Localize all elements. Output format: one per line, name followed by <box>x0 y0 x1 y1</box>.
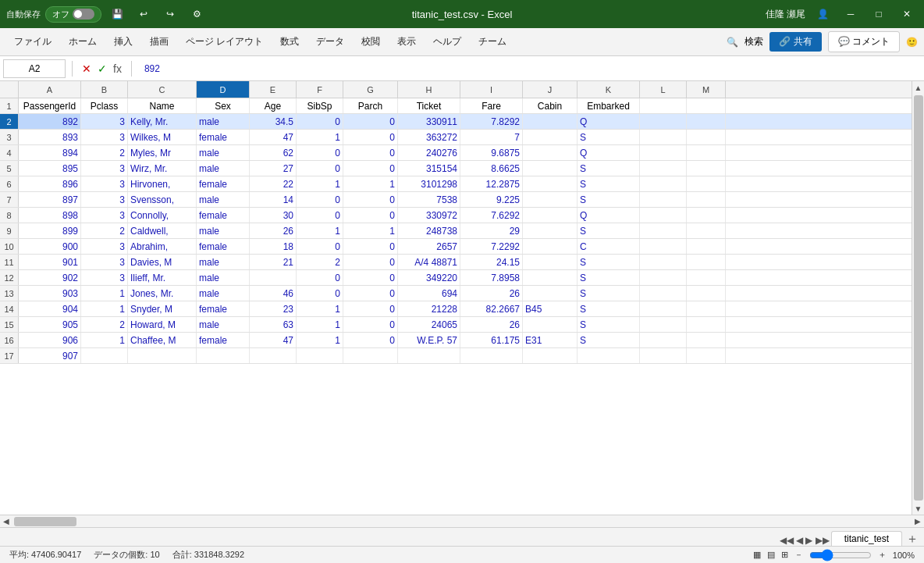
cell[interactable]: 3101298 <box>398 176 460 191</box>
cell[interactable] <box>687 130 726 144</box>
cell[interactable]: 315154 <box>398 161 460 176</box>
cell[interactable]: 26 <box>460 317 523 332</box>
cell[interactable] <box>523 114 578 129</box>
cell[interactable] <box>523 223 578 238</box>
cell[interactable] <box>640 223 687 238</box>
cell[interactable]: Ilieff, Mr. <box>128 270 197 285</box>
cell[interactable] <box>640 114 687 129</box>
zoom-out-button[interactable]: － <box>794 549 803 561</box>
cell[interactable]: 21228 <box>398 301 460 316</box>
cell[interactable]: 0 <box>297 192 343 207</box>
col-header-M[interactable]: M <box>687 81 726 98</box>
cell[interactable] <box>687 301 726 316</box>
share-button[interactable]: 🔗 共有 <box>769 32 821 52</box>
autosave-toggle[interactable] <box>73 9 94 20</box>
cell[interactable]: 1 <box>297 301 343 316</box>
cell[interactable] <box>640 192 687 207</box>
cell[interactable]: 0 <box>297 286 343 301</box>
cell[interactable]: 82.2667 <box>460 301 523 316</box>
cell[interactable] <box>640 176 687 191</box>
cell[interactable]: Abrahim, <box>128 239 197 254</box>
cell[interactable]: Wilkes, M <box>128 130 197 144</box>
cell[interactable]: 0 <box>343 130 398 144</box>
cell[interactable]: 694 <box>398 286 460 301</box>
cell[interactable]: 904 <box>19 301 81 316</box>
smiley-icon[interactable]: 🙂 <box>906 37 918 48</box>
scroll-up-arrow[interactable]: ▲ <box>912 81 925 94</box>
cell[interactable]: 906 <box>19 333 81 347</box>
search-label[interactable]: 検索 <box>745 35 763 48</box>
table-row[interactable]: 78973Svensson,male140075389.225S <box>0 192 912 208</box>
cell-reference-box[interactable] <box>3 59 66 78</box>
cell[interactable] <box>523 239 578 254</box>
cell[interactable] <box>687 239 726 254</box>
cell[interactable]: female <box>197 208 250 223</box>
cell[interactable]: 1 <box>81 301 128 316</box>
cell[interactable]: S <box>578 255 640 269</box>
cell[interactable]: 22 <box>250 176 297 191</box>
cell[interactable] <box>687 161 726 176</box>
cell[interactable]: 0 <box>343 301 398 316</box>
cell[interactable]: S <box>578 270 640 285</box>
cell[interactable]: 0 <box>343 317 398 332</box>
cell[interactable]: Cabin <box>523 98 578 113</box>
cell[interactable] <box>523 145 578 160</box>
cell[interactable]: S <box>578 130 640 144</box>
cell[interactable] <box>523 255 578 269</box>
cell[interactable]: S <box>578 286 640 301</box>
col-header-F[interactable]: F <box>297 81 343 98</box>
cell[interactable]: Q <box>578 208 640 223</box>
cell[interactable]: 0 <box>343 208 398 223</box>
table-row[interactable]: 129023Ilieff, Mr. male003492207.8958S <box>0 270 912 286</box>
cell[interactable]: Ticket <box>398 98 460 113</box>
menu-home[interactable]: ホーム <box>61 32 105 52</box>
formula-input[interactable] <box>138 59 921 78</box>
cell[interactable]: male <box>197 145 250 160</box>
cell[interactable]: 897 <box>19 192 81 207</box>
cell[interactable]: male <box>197 223 250 238</box>
cell[interactable]: 0 <box>297 239 343 254</box>
cell[interactable] <box>640 98 687 113</box>
cell[interactable]: 21 <box>250 255 297 269</box>
cell[interactable] <box>460 348 523 363</box>
vertical-scrollbar[interactable]: ▲ ▼ <box>912 81 924 515</box>
cell[interactable] <box>687 145 726 160</box>
cell[interactable]: Embarked <box>578 98 640 113</box>
cell[interactable]: A/4 48871 <box>398 255 460 269</box>
cell[interactable] <box>687 348 726 363</box>
cell[interactable] <box>523 286 578 301</box>
cell[interactable]: W.E.P. 57 <box>398 333 460 347</box>
cell[interactable]: Caldwell, <box>128 223 197 238</box>
cell[interactable]: Q <box>578 114 640 129</box>
view-break-icon[interactable]: ⊞ <box>781 550 788 560</box>
cell[interactable]: 12.2875 <box>460 176 523 191</box>
cell[interactable]: E31 <box>523 333 578 347</box>
cell[interactable]: 3 <box>81 130 128 144</box>
scroll-down-arrow[interactable]: ▼ <box>912 502 925 515</box>
cell[interactable] <box>343 348 398 363</box>
cell[interactable]: 895 <box>19 161 81 176</box>
cell[interactable]: 7.8292 <box>460 114 523 129</box>
table-row[interactable]: 28923Kelly, Mr. male34.5003309117.8292Q <box>0 114 912 130</box>
sheet-tab-titanic[interactable]: titanic_test <box>831 531 902 546</box>
col-header-C[interactable]: C <box>128 81 197 98</box>
cell[interactable] <box>640 130 687 144</box>
cell[interactable]: 2 <box>81 145 128 160</box>
cell[interactable] <box>523 348 578 363</box>
cell[interactable]: 2657 <box>398 239 460 254</box>
cell[interactable]: Myles, Mr <box>128 145 197 160</box>
cell[interactable]: S <box>578 192 640 207</box>
cell[interactable]: 7538 <box>398 192 460 207</box>
table-row[interactable]: 38933Wilkes, Mfemale47103632727S <box>0 130 912 145</box>
cell[interactable]: S <box>578 317 640 332</box>
menu-team[interactable]: チーム <box>471 32 514 52</box>
cell[interactable]: 0 <box>297 145 343 160</box>
menu-review[interactable]: 校閲 <box>354 32 388 52</box>
cell[interactable]: 330972 <box>398 208 460 223</box>
cell[interactable] <box>687 255 726 269</box>
cell[interactable]: 900 <box>19 239 81 254</box>
scroll-thumb[interactable] <box>914 95 923 501</box>
col-header-L[interactable]: L <box>640 81 687 98</box>
cell[interactable]: 29 <box>460 223 523 238</box>
cell[interactable]: Fare <box>460 98 523 113</box>
